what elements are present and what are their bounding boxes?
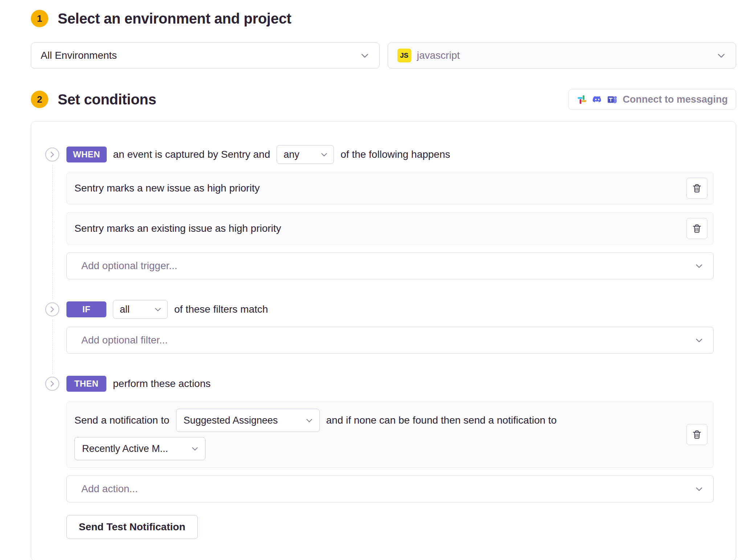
discord-icon	[592, 94, 603, 105]
chevron-down-icon	[694, 261, 704, 271]
environment-project-row: All Environments JS javascript	[31, 42, 736, 69]
step-2-header: 2 Set conditions	[31, 89, 736, 110]
javascript-platform-icon: JS	[397, 49, 411, 62]
add-optional-trigger-select[interactable]: Add optional trigger...	[66, 252, 714, 279]
step-1-header: 1 Select an environment and project	[31, 10, 736, 27]
notification-target-value: Suggested Assignees	[184, 415, 278, 426]
action-line-2: Recently Active M...	[74, 437, 686, 460]
then-collapse-chevron-icon[interactable]	[45, 376, 60, 391]
conditions-panel: WHEN an event is captured by Sentry and …	[31, 121, 736, 560]
if-heading: IF all of these filters match	[66, 300, 714, 319]
then-gutter	[31, 374, 66, 539]
step-1-title: Select an environment and project	[58, 11, 291, 27]
trigger-condition-row: Sentry marks an existing issue as high p…	[66, 212, 714, 245]
action-text-before: Send a notification to	[74, 415, 170, 426]
notification-action-content: Send a notification to Suggested Assigne…	[74, 409, 686, 460]
chevron-down-icon	[191, 444, 199, 453]
if-gutter	[31, 300, 66, 374]
step-2-number-badge: 2	[31, 91, 48, 108]
when-text-after: of the following happens	[340, 149, 450, 160]
teams-icon	[607, 94, 618, 105]
action-fallback-text: and if none can be found then send a not…	[326, 415, 557, 426]
notification-fallback-select[interactable]: Recently Active M...	[74, 437, 205, 460]
add-optional-trigger-placeholder: Add optional trigger...	[81, 260, 177, 272]
if-badge: IF	[66, 301, 106, 317]
trigger-condition-row: Sentry marks a new issue as high priorit…	[66, 172, 714, 205]
notification-target-select[interactable]: Suggested Assignees	[176, 409, 320, 432]
step-connector-line	[52, 320, 53, 374]
if-match-value: all	[120, 304, 130, 315]
environment-select[interactable]: All Environments	[31, 42, 380, 69]
connect-to-messaging-button[interactable]: Connect to messaging	[568, 89, 736, 110]
action-line-1: Send a notification to Suggested Assigne…	[74, 409, 686, 432]
alert-rule-builder: 1 Select an environment and project All …	[0, 0, 755, 560]
then-text-after: perform these actions	[113, 378, 211, 390]
project-select-value: javascript	[417, 50, 711, 61]
chevron-down-icon	[154, 305, 162, 314]
add-action-select[interactable]: Add action...	[66, 475, 714, 502]
delete-trigger-button[interactable]	[686, 178, 707, 199]
notification-action-row: Send a notification to Suggested Assigne…	[66, 401, 714, 468]
send-test-notification-button[interactable]: Send Test Notification	[66, 515, 198, 539]
slack-icon	[577, 94, 587, 105]
when-heading: WHEN an event is captured by Sentry and …	[66, 145, 714, 164]
add-action-placeholder: Add action...	[81, 483, 138, 495]
step-1-number-badge: 1	[31, 10, 48, 27]
delete-trigger-button[interactable]	[686, 218, 707, 239]
when-match-value: any	[283, 149, 299, 160]
then-heading: THEN perform these actions	[66, 374, 714, 394]
connect-to-messaging-label: Connect to messaging	[623, 94, 728, 105]
trash-icon	[691, 223, 702, 234]
if-step: IF all of these filters match Add option…	[31, 300, 714, 374]
trigger-condition-text: Sentry marks a new issue as high priorit…	[74, 182, 260, 194]
when-text-before: an event is captured by Sentry and	[113, 149, 270, 160]
then-badge: THEN	[66, 376, 106, 392]
chevron-down-icon	[320, 150, 328, 159]
when-collapse-chevron-icon[interactable]	[45, 147, 60, 162]
then-step: THEN perform these actions Send a notifi…	[31, 374, 714, 539]
chevron-down-icon	[305, 416, 314, 425]
when-gutter	[31, 145, 66, 300]
when-match-select[interactable]: any	[277, 145, 334, 164]
project-select[interactable]: JS javascript	[388, 42, 736, 69]
if-collapse-chevron-icon[interactable]	[45, 302, 60, 317]
if-text-after: of these filters match	[174, 304, 268, 315]
step-connector-line	[52, 165, 53, 300]
when-step: WHEN an event is captured by Sentry and …	[31, 145, 714, 300]
when-badge: WHEN	[66, 147, 107, 162]
notification-fallback-value: Recently Active M...	[82, 443, 168, 454]
delete-action-button[interactable]	[686, 424, 707, 445]
trash-icon	[691, 429, 702, 440]
chevron-down-icon	[694, 335, 704, 345]
environment-select-value: All Environments	[41, 50, 354, 61]
add-optional-filter-placeholder: Add optional filter...	[81, 334, 168, 346]
if-match-select[interactable]: all	[113, 300, 168, 319]
step-2-title: Set conditions	[58, 91, 156, 108]
trash-icon	[691, 183, 702, 194]
trigger-condition-text: Sentry marks an existing issue as high p…	[74, 223, 281, 234]
add-optional-filter-select[interactable]: Add optional filter...	[66, 327, 714, 354]
chevron-down-icon	[360, 50, 370, 61]
chevron-down-icon	[694, 484, 704, 494]
chevron-down-icon	[716, 50, 726, 61]
